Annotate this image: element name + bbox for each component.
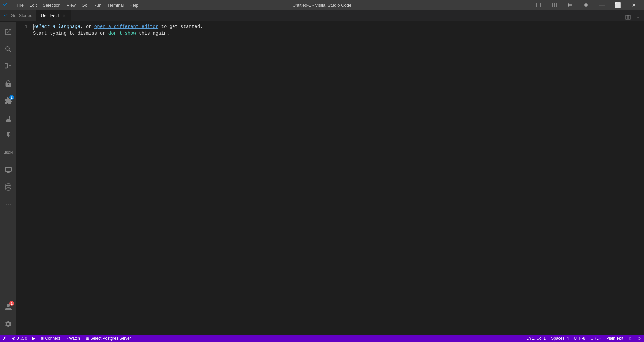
language-label: Plain Text	[606, 336, 623, 341]
status-errors[interactable]: ⊗ 0 ⚠ 0	[9, 335, 30, 342]
menu-view[interactable]: View	[64, 2, 78, 8]
spaces-label: Spaces: 4	[551, 336, 569, 341]
activity-bar-json[interactable]: JSON	[0, 145, 16, 161]
menu-terminal[interactable]: Terminal	[105, 2, 126, 8]
svg-rect-0	[536, 3, 540, 7]
tab-untitled-1[interactable]: Untitled-1 ✕	[37, 10, 71, 21]
tab-bar-actions: ···	[624, 13, 644, 21]
tab-get-started[interactable]: Get Started	[0, 10, 37, 21]
vscode-logo-icon	[3, 2, 9, 8]
text-cursor	[263, 131, 263, 137]
status-cursor-position[interactable]: Ln 1, Col 1	[524, 335, 548, 342]
activity-bar-settings[interactable]	[0, 316, 16, 332]
comma-or-text: , or	[80, 24, 94, 29]
tab-close-button[interactable]: ✕	[61, 13, 67, 18]
status-bar-right: Ln 1, Col 1 Spaces: 4 UTF-8 CRLF Plain T…	[524, 335, 644, 342]
editor-line-1: Select a language, or open a different e…	[33, 24, 644, 30]
status-encoding[interactable]: UTF-8	[571, 335, 588, 342]
error-count: 0	[17, 336, 19, 341]
title-bar-left: File Edit Selection View Go Run Terminal…	[3, 2, 141, 8]
close-button[interactable]: ✕	[626, 0, 641, 10]
vscode-tab-icon	[4, 13, 9, 18]
layout-single-icon[interactable]	[531, 0, 546, 10]
postgres-icon: ▦	[85, 336, 89, 341]
activity-bar-monitor[interactable]	[0, 162, 16, 178]
status-notifications[interactable]: ☺	[635, 335, 644, 342]
activity-bar-database[interactable]	[0, 179, 16, 195]
indent-icon: ⇅	[629, 336, 632, 341]
activity-bar-extensions[interactable]: 2	[0, 93, 16, 109]
svg-rect-3	[568, 3, 572, 5]
menu-file[interactable]: File	[14, 2, 26, 8]
tab-active-label: Untitled-1	[41, 13, 59, 18]
activity-bar-account[interactable]: 1	[0, 299, 16, 315]
tab-get-started-label: Get Started	[11, 13, 32, 18]
layout-grid-icon[interactable]	[578, 0, 594, 10]
split-editor-button[interactable]	[624, 13, 632, 21]
error-count-icon: ⊗	[12, 336, 15, 341]
watch-circle-icon: ○	[65, 336, 68, 341]
svg-rect-8	[586, 5, 588, 7]
account-badge: 1	[9, 301, 14, 306]
activity-bar: 2 JSON	[0, 22, 16, 335]
menu-bar: File Edit Selection View Go Run Terminal…	[14, 2, 141, 8]
menu-help[interactable]: Help	[127, 2, 141, 8]
activity-bar-explorer[interactable]	[0, 24, 16, 40]
open-editor-link[interactable]: open a different editor	[94, 24, 158, 29]
start-typing-text: Start typing to dismiss or	[33, 31, 108, 36]
svg-rect-2	[555, 3, 556, 7]
connect-label: Connect	[45, 336, 60, 341]
line-number-1: 1	[16, 24, 28, 30]
activity-bar-search[interactable]	[0, 41, 16, 57]
more-actions-button[interactable]: ···	[633, 13, 641, 21]
bell-icon: ☺	[637, 336, 641, 341]
dont-show-link[interactable]: don't show	[108, 31, 136, 36]
menu-selection[interactable]: Selection	[40, 2, 63, 8]
svg-rect-9	[626, 15, 628, 19]
status-bar-left: ✗ ⊗ 0 ⚠ 0 ▶ ⊞ Connect ○ Watch ▦ Select P…	[0, 335, 134, 342]
activity-bar-more[interactable]: ···	[0, 196, 16, 212]
activity-bar-debug[interactable]	[0, 76, 16, 92]
svg-rect-6	[586, 3, 588, 5]
status-run[interactable]: ▶	[30, 335, 38, 342]
status-eol[interactable]: CRLF	[588, 335, 604, 342]
svg-rect-4	[568, 5, 572, 7]
window-title: Untitled-1 - Visual Studio Code	[293, 3, 352, 8]
svg-rect-7	[584, 5, 586, 7]
status-vscode-icon[interactable]: ✗	[0, 335, 9, 342]
menu-go[interactable]: Go	[79, 2, 90, 8]
svg-point-11	[6, 184, 11, 186]
status-bar: ✗ ⊗ 0 ⚠ 0 ▶ ⊞ Connect ○ Watch ▦ Select P…	[0, 335, 644, 342]
window-controls: — ⬜ ✕	[531, 0, 641, 10]
status-indent[interactable]: ⇅	[626, 335, 635, 342]
connect-icon: ⊞	[41, 336, 44, 341]
activity-bar-top: 2 JSON	[0, 24, 16, 299]
editor-text-area[interactable]: Select a language, or open a different e…	[32, 22, 644, 335]
layout-split2-icon[interactable]	[563, 0, 578, 10]
watch-label: Watch	[69, 336, 80, 341]
status-spaces[interactable]: Spaces: 4	[548, 335, 571, 342]
postgres-label: Select Postgres Server	[90, 336, 131, 341]
status-watch[interactable]: ○ Watch	[63, 335, 83, 342]
warning-count: 0	[25, 336, 27, 341]
extensions-badge: 2	[9, 95, 14, 100]
select-language-link[interactable]: Select a language	[33, 24, 80, 29]
layout-split-icon[interactable]	[547, 0, 562, 10]
editor-area[interactable]: 1 Select a language, or open a different…	[16, 22, 644, 335]
minimize-button[interactable]: —	[594, 0, 610, 10]
svg-rect-5	[584, 3, 586, 5]
activity-bar-bottom: 1	[0, 299, 16, 332]
maximize-button[interactable]: ⬜	[610, 0, 625, 10]
title-bar: File Edit Selection View Go Run Terminal…	[0, 0, 644, 10]
activity-bar-source-control[interactable]	[0, 59, 16, 74]
status-connect[interactable]: ⊞ Connect	[38, 335, 63, 342]
json-label: JSON	[4, 151, 12, 155]
activity-bar-lightning[interactable]	[0, 127, 16, 143]
menu-edit[interactable]: Edit	[27, 2, 39, 8]
run-icon: ▶	[32, 336, 35, 341]
status-language[interactable]: Plain Text	[604, 335, 626, 342]
menu-run[interactable]: Run	[91, 2, 104, 8]
status-postgres[interactable]: ▦ Select Postgres Server	[83, 335, 134, 342]
activity-bar-testing[interactable]	[0, 110, 16, 126]
svg-rect-1	[552, 3, 554, 7]
